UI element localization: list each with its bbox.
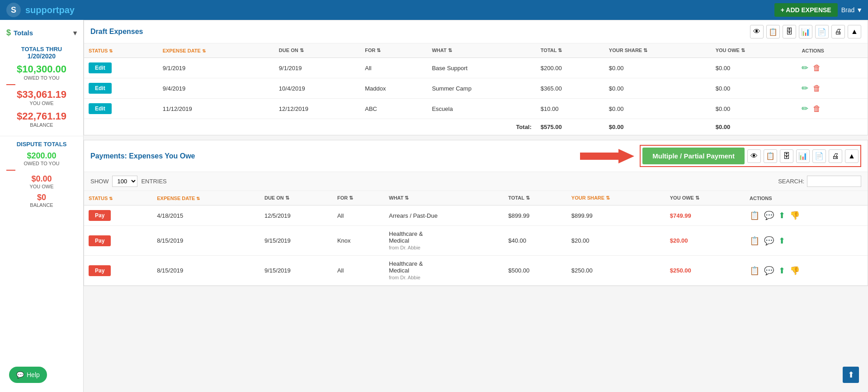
- draft-total-total: $575.00: [536, 119, 604, 135]
- totals-date: 1/20/2020: [28, 53, 56, 60]
- payments-eye-button[interactable]: 👁: [747, 149, 761, 163]
- logo-icon: S: [5, 2, 22, 18]
- pay-row-actions-0: 📋 💬 ⬆ 👎: [745, 206, 868, 226]
- draft-row-date-1: 9/4/2019: [158, 78, 274, 99]
- payments-print-button[interactable]: 🖨: [829, 149, 842, 163]
- pay-row-copy-icon-1[interactable]: 📋: [750, 236, 760, 246]
- draft-table-row: Edit 11/12/2019 12/12/2019 ABC Escuela $…: [84, 99, 868, 119]
- pay-row-comment-icon-2[interactable]: 💬: [764, 266, 774, 276]
- logo-support: support: [25, 5, 59, 15]
- scroll-to-top-button[interactable]: ⬆: [843, 367, 859, 383]
- draft-col-expense-date: Expense Date: [158, 43, 274, 58]
- arrow-svg: [580, 146, 634, 166]
- draft-row-what-0: Base Support: [427, 58, 536, 78]
- pay-row-due-0: 12/5/2019: [260, 206, 333, 226]
- payments-database-button[interactable]: 🗄: [780, 149, 793, 163]
- help-label: Help: [27, 371, 40, 378]
- sidebar-totals-header[interactable]: $ Totals ▾: [0, 24, 83, 41]
- edit-btn-2[interactable]: Edit: [89, 103, 112, 114]
- pay-row-upload-icon-0[interactable]: ⬆: [778, 210, 785, 220]
- draft-row-status-0: Edit: [84, 58, 158, 78]
- draft-eye-button[interactable]: 👁: [750, 25, 764, 38]
- payments-pdf-button[interactable]: 📄: [812, 149, 826, 163]
- draft-print-button[interactable]: 🖨: [831, 25, 845, 38]
- pay-row-due-1: 9/15/2019: [260, 226, 333, 256]
- draft-table-body: Edit 9/1/2019 9/1/2019 All Base Support …: [84, 58, 868, 119]
- row-delete-icon-1[interactable]: 🗑: [813, 84, 821, 93]
- pay-col-your-share: Your Share ⇅: [567, 191, 665, 206]
- pay-row-share-0: $899.99: [567, 206, 665, 226]
- svg-text:S: S: [11, 5, 16, 14]
- pay-col-actions: Actions: [745, 191, 868, 206]
- multiple-partial-payment-button[interactable]: Multiple / Partial Payment: [642, 148, 745, 164]
- draft-pdf-button[interactable]: 📄: [815, 25, 829, 38]
- totals-thru-label: TOTALS THRU: [21, 46, 62, 53]
- row-edit-icon-2[interactable]: ✏: [802, 104, 808, 113]
- row-delete-icon-2[interactable]: 🗑: [813, 104, 821, 113]
- you-owe-amount: $33,061.19: [17, 89, 66, 100]
- dispute-owed-row: $200.00 Owed to You: [6, 151, 77, 166]
- main-content: Draft Expenses 👁 📋 🗄 📊 📄 🖨 ▲ Status Expe…: [84, 20, 868, 392]
- pay-row-for-2: All: [333, 256, 384, 286]
- pay-row-flag-icon-0[interactable]: 👎: [790, 210, 800, 220]
- draft-total-your-share: $0.00: [604, 119, 711, 135]
- help-button[interactable]: 💬 Help: [9, 367, 47, 383]
- pay-row-comment-icon-0[interactable]: 💬: [764, 210, 774, 220]
- draft-total-actions: [797, 119, 868, 135]
- payments-copy-button[interactable]: 📋: [764, 149, 777, 163]
- draft-row-total-2: $10.00: [536, 99, 604, 119]
- draft-row-actions-2: ✏ 🗑: [797, 99, 868, 119]
- payment-table-row: Pay 4/18/2015 12/5/2019 All Arrears / Pa…: [84, 206, 868, 226]
- multi-payment-area: Multiple / Partial Payment 👁 📋 🗄 📊 📄 🖨 ▲: [640, 145, 861, 167]
- draft-database-button[interactable]: 🗄: [783, 25, 796, 38]
- pay-row-status-2: Pay: [84, 256, 152, 286]
- pay-row-comment-icon-1[interactable]: 💬: [764, 236, 774, 246]
- row-edit-icon-0[interactable]: ✏: [802, 63, 808, 72]
- draft-table: Status Expense Date Due On ⇅ For ⇅ What …: [84, 43, 868, 135]
- pay-col-status: Status: [84, 191, 152, 206]
- totals-box: TOTALS THRU 1/20/2020 $10,300.00 Owed to…: [0, 41, 83, 136]
- pay-col-due-on: Due On ⇅: [260, 191, 333, 206]
- row-delete-icon-0[interactable]: 🗑: [813, 63, 821, 72]
- pay-row-upload-icon-2[interactable]: ⬆: [778, 266, 785, 276]
- pay-btn-1[interactable]: Pay: [89, 235, 111, 246]
- draft-col-your-share: Your Share ⇅: [604, 43, 711, 58]
- draft-table-row: Edit 9/1/2019 9/1/2019 All Base Support …: [84, 58, 868, 78]
- pay-col-you-owe: You Owe ⇅: [665, 191, 745, 206]
- pay-row-flag-icon-2[interactable]: 👎: [790, 266, 800, 276]
- dispute-title: DISPUTE TOTALS: [6, 141, 77, 148]
- draft-row-due-2: 12/12/2019: [274, 99, 360, 119]
- pay-row-share-1: $20.00: [567, 226, 665, 256]
- add-expense-button[interactable]: + ADD EXPENSE: [774, 3, 838, 17]
- row-edit-icon-1[interactable]: ✏: [802, 84, 808, 93]
- show-label: SHOW: [90, 178, 108, 185]
- edit-btn-0[interactable]: Edit: [89, 62, 112, 73]
- entries-select[interactable]: 100 25 50: [112, 176, 137, 187]
- draft-row-for-0: All: [360, 58, 427, 78]
- svg-marker-2: [580, 149, 634, 163]
- draft-row-status-2: Edit: [84, 99, 158, 119]
- pay-row-owe-0: $749.99: [665, 206, 745, 226]
- main-layout: $ Totals ▾ TOTALS THRU 1/20/2020 $10,300…: [0, 20, 868, 392]
- draft-excel-button[interactable]: 📊: [799, 25, 812, 38]
- draft-collapse-button[interactable]: ▲: [848, 25, 861, 38]
- pay-row-total-2: $500.00: [504, 256, 567, 286]
- pay-btn-2[interactable]: Pay: [89, 265, 111, 276]
- payments-excel-button[interactable]: 📊: [796, 149, 810, 163]
- pay-col-total: Total ⇅: [504, 191, 567, 206]
- pay-row-copy-icon-2[interactable]: 📋: [750, 266, 760, 276]
- draft-col-due-on: Due On ⇅: [274, 43, 360, 58]
- draft-row-share-1: $0.00: [604, 78, 711, 99]
- draft-copy-button[interactable]: 📋: [766, 25, 780, 38]
- pay-btn-0[interactable]: Pay: [89, 210, 111, 221]
- edit-btn-1[interactable]: Edit: [89, 83, 112, 94]
- pay-row-owe-1: $20.00: [665, 226, 745, 256]
- draft-total-row: Total: $575.00 $0.00 $0.00: [84, 119, 868, 135]
- payment-table-row: Pay 8/15/2019 9/15/2019 All Healthcare &…: [84, 256, 868, 286]
- pay-row-total-1: $40.00: [504, 226, 567, 256]
- pay-row-copy-icon-0[interactable]: 📋: [750, 210, 760, 220]
- payments-collapse-button[interactable]: ▲: [845, 149, 859, 163]
- search-input[interactable]: [807, 176, 861, 187]
- pay-row-upload-icon-1[interactable]: ⬆: [778, 236, 785, 246]
- user-menu-button[interactable]: Brad ▼: [841, 6, 863, 14]
